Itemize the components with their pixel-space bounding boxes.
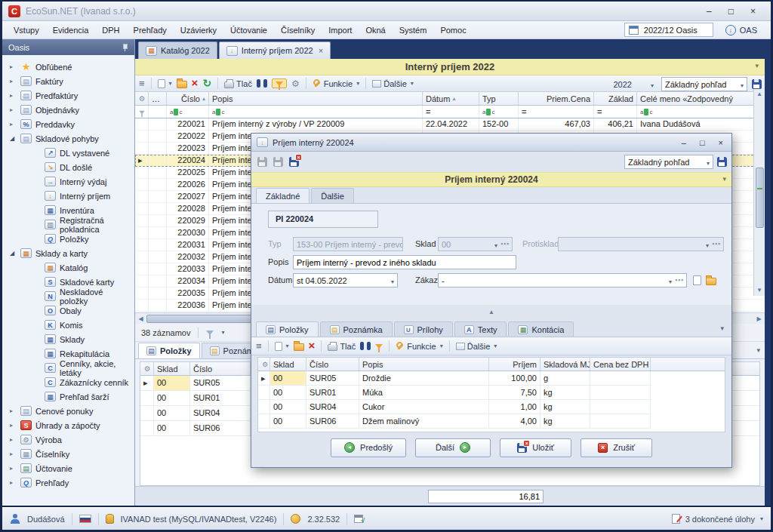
filter-priemcena[interactable] <box>519 106 594 118</box>
expander-icon[interactable] <box>10 92 17 99</box>
vertical-scrollbar[interactable]: ▲ ▼ <box>753 89 765 296</box>
protisklad-combo[interactable] <box>558 237 724 251</box>
cell-prijem[interactable]: 7,50 <box>489 386 540 400</box>
menu-item[interactable]: Pomoc <box>433 23 473 37</box>
cell-skladova-mj[interactable]: g <box>540 371 590 386</box>
sidebar-item[interactable]: Prehľad šarží <box>4 389 133 404</box>
search-button[interactable] <box>360 342 371 350</box>
cell-cislo[interactable]: 220034 <box>167 275 209 288</box>
expander-icon[interactable] <box>10 479 17 486</box>
cell-cislo[interactable]: 220030 <box>167 227 209 239</box>
cell-cislo[interactable]: 220031 <box>167 239 209 251</box>
expander-icon[interactable] <box>10 78 17 85</box>
detail-tab[interactable]: Prílohy <box>394 321 453 337</box>
cell-priemcena[interactable]: 467,03 <box>519 118 594 131</box>
cell-sklad[interactable]: 00 <box>270 386 306 400</box>
period-selector[interactable] <box>624 23 713 37</box>
detail-tab[interactable]: Texty <box>454 321 507 337</box>
cell-cislo[interactable]: SUR05 <box>190 376 251 391</box>
pin-icon[interactable] <box>122 44 128 51</box>
column-header-cislo[interactable]: Číslo <box>167 92 209 105</box>
menu-item[interactable]: Vstupy <box>7 23 46 37</box>
cell-sklad[interactable]: 00 <box>154 406 190 421</box>
print-button[interactable]: Tlač <box>224 78 252 88</box>
cell-sklad[interactable]: 00 <box>154 376 190 391</box>
cell-typ[interactable]: 152-00 <box>479 118 519 131</box>
typ-combo[interactable]: 153-00 Príjem interný - prevod z iné... <box>293 237 403 251</box>
sidebar-item[interactable]: Výroba <box>4 432 133 447</box>
sidebar-item[interactable]: Preddavky <box>4 117 133 131</box>
cell-cislo[interactable]: SUR04 <box>190 406 251 421</box>
functions-menu-button[interactable]: Funkcie <box>313 79 360 88</box>
previous-button[interactable]: Predošlý <box>331 438 406 457</box>
sidebar-item[interactable]: Neskladové položky <box>4 289 133 303</box>
cell-sklad[interactable]: 00 <box>270 371 306 386</box>
grid-customize-header[interactable] <box>135 92 149 105</box>
popis-input[interactable] <box>293 255 516 269</box>
filter-button[interactable] <box>375 343 383 349</box>
maximize-button[interactable]: □ <box>728 6 734 17</box>
sidebar-item[interactable]: Skladové pohyby <box>4 131 133 146</box>
settings-button[interactable] <box>291 78 300 89</box>
grid-customize-header[interactable] <box>140 362 154 375</box>
cell-cislo[interactable]: 220022 <box>167 131 209 143</box>
tab-close-icon[interactable]: × <box>319 46 323 55</box>
layout-menu-button[interactable] <box>139 78 145 89</box>
filter-button[interactable] <box>272 78 287 88</box>
cell-cislo[interactable]: SUR06 <box>190 421 251 436</box>
sidebar-item[interactable]: Katalóg <box>4 260 133 275</box>
year-combo[interactable]: 2022 <box>601 77 657 91</box>
expander-icon[interactable] <box>10 250 17 257</box>
close-button[interactable]: × <box>750 6 756 17</box>
cell-skladova-mj[interactable]: kg <box>540 386 590 400</box>
cell-cislo[interactable]: 220023 <box>167 143 209 155</box>
column-header-typ[interactable]: Typ <box>479 92 519 105</box>
search-button[interactable] <box>257 79 267 88</box>
cell-popis[interactable]: Múka <box>359 386 489 400</box>
sidebar-item[interactable]: Faktúry <box>4 74 133 88</box>
delete-item-button[interactable] <box>309 341 316 351</box>
detail-tab[interactable]: Kontácia <box>508 321 574 337</box>
cell-cislo[interactable]: SUR06 <box>306 414 359 429</box>
menu-item[interactable]: Uzávierky <box>174 23 223 37</box>
expander-icon[interactable] <box>10 465 17 472</box>
dialog-minimize-button[interactable]: – <box>682 138 686 147</box>
column-header-sklad[interactable]: Sklad <box>154 362 190 375</box>
column-header-priemcena[interactable]: Priem.Cena <box>519 92 594 105</box>
column-header-cislo[interactable]: Číslo <box>306 358 359 371</box>
menu-item[interactable]: Okná <box>359 23 392 37</box>
sidebar-item[interactable]: Číselníky <box>4 447 133 461</box>
view-combo[interactable]: Základný pohľad <box>661 77 747 91</box>
table-row[interactable]: 00 SUR01 Múka 7,50 kg <box>258 386 725 400</box>
new-record-button[interactable] <box>158 79 172 88</box>
grid-customize-header[interactable] <box>258 358 270 371</box>
expander-icon[interactable] <box>10 422 17 429</box>
cell-skladova-mj[interactable]: kg <box>540 414 590 429</box>
menu-item[interactable]: Evidencia <box>46 23 96 37</box>
cell-cislo[interactable]: SUR05 <box>306 371 359 386</box>
sidebar-item[interactable]: Objednávky <box>4 103 133 117</box>
expander-icon[interactable] <box>10 436 17 443</box>
expander-icon[interactable] <box>10 135 17 142</box>
cell-popis[interactable]: Droždie <box>359 371 489 386</box>
save-view-button[interactable] <box>717 157 727 167</box>
datum-combo[interactable]: st 04.05.2022 <box>293 273 398 288</box>
cell-sklad[interactable]: 00 <box>154 391 190 406</box>
sidebar-item[interactable]: DL vystavené <box>4 146 133 160</box>
scroll-up-icon[interactable]: ▲ <box>756 89 762 100</box>
status-tasks[interactable]: 3 dokončené úlohy <box>685 515 755 524</box>
table-row[interactable]: 00 SUR06 Džem malinový 4,00 kg <box>258 414 725 429</box>
open-item-button[interactable] <box>294 342 304 351</box>
cell-sklad[interactable]: 00 <box>154 421 190 436</box>
tab-interny-prijem[interactable]: Interný príjem 2022 × <box>219 42 331 59</box>
sidebar-item[interactable]: Obaly <box>4 303 133 318</box>
column-header-datum[interactable]: Dátum <box>423 92 479 105</box>
open-record-button[interactable] <box>177 79 187 88</box>
column-header-prijem[interactable]: Príjem <box>489 358 540 371</box>
zakazka-combo[interactable]: - <box>438 273 687 288</box>
cell-popis[interactable]: Príjem interný z výroby / VP 220009 <box>209 118 423 131</box>
menu-item[interactable]: Účtovanie <box>223 23 274 37</box>
save-and-close-button[interactable] <box>289 157 299 167</box>
splitter[interactable]: ▲ <box>251 305 731 318</box>
cell-cislo[interactable]: 220029 <box>167 215 209 227</box>
